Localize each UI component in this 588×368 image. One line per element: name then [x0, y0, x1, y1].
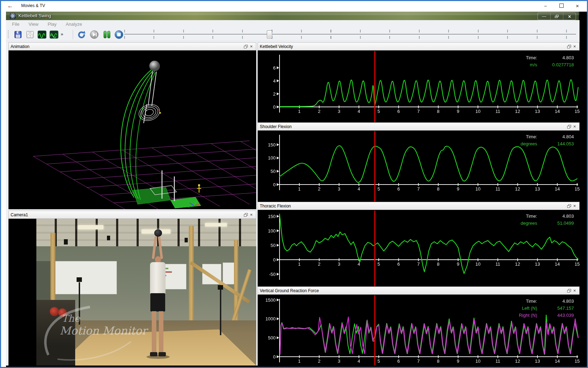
play-button[interactable] — [89, 29, 100, 40]
svg-text:?: ? — [29, 35, 31, 38]
app-close-button[interactable]: × — [563, 13, 576, 20]
replay-button[interactable] — [76, 29, 87, 40]
force-plate-green — [133, 187, 170, 204]
float-icon — [567, 289, 571, 292]
load-file-icon: ? — [26, 31, 34, 38]
app-edge — [579, 12, 580, 20]
app-restore-button[interactable] — [551, 13, 563, 20]
timeline-slider-handle[interactable] — [267, 30, 272, 38]
thoracic-close-button[interactable]: × — [572, 203, 577, 209]
time-value: 4.803 — [537, 55, 576, 60]
app-title: Kettlebell Swing — [18, 13, 51, 18]
skeleton-figure — [137, 61, 162, 123]
waveform-icon — [37, 30, 47, 39]
left-force-value: 547.157 — [537, 306, 576, 311]
grf-float-button[interactable] — [566, 288, 572, 294]
thoracic-panel-header[interactable]: Thoracic Flexion × — [258, 202, 580, 210]
yellow-marker — [197, 184, 201, 193]
chevron-right-icon: » — [61, 31, 63, 37]
pause-button[interactable] — [102, 29, 112, 40]
camera-panel-header[interactable]: Camera1 × — [8, 211, 256, 219]
camera-view: The Motion Monitor — [8, 219, 256, 366]
unit-label: degrees — [473, 141, 537, 146]
stop-button[interactable] — [114, 29, 124, 40]
menu-play[interactable]: Play — [48, 22, 56, 27]
velocity-float-button[interactable] — [566, 44, 572, 49]
app-titlebar[interactable]: Kettlebell Swing — × — [6, 12, 580, 20]
app-close-icon: × — [568, 14, 571, 19]
timeline-ticks-bottom — [124, 36, 576, 39]
maximize-icon — [559, 4, 564, 8]
velocity-panel-header[interactable]: Kettlebell Velocity × — [258, 42, 580, 50]
time-label: Time: — [473, 213, 537, 219]
shoulder-panel-title: Shoulder Flexion — [260, 124, 566, 129]
waveform-record-button[interactable] — [49, 29, 59, 40]
timeline-track[interactable] — [124, 34, 576, 35]
back-arrow-icon: ← — [7, 2, 13, 10]
close-icon: × — [573, 203, 576, 209]
force-plate-bright — [170, 197, 201, 208]
app-window-controls: — × — [538, 13, 576, 20]
animation-panel-header[interactable]: Animation × — [8, 42, 256, 50]
right-force-label: Right (N) — [473, 313, 537, 318]
close-icon: × — [573, 288, 576, 293]
float-icon — [244, 213, 248, 217]
grf-close-button[interactable]: × — [572, 288, 577, 294]
close-button[interactable]: × — [569, 0, 586, 11]
animation-close-button[interactable]: × — [248, 44, 254, 49]
right-force-value: 443.039 — [537, 313, 576, 318]
unit-label: degrees — [473, 221, 537, 226]
grf-panel-header[interactable]: Vertical Ground Reaction Force × — [258, 286, 580, 295]
time-value: 4.804 — [537, 134, 576, 139]
marker-yellow — [160, 112, 161, 114]
time-label: Time: — [473, 298, 537, 304]
waveform-display-button[interactable] — [37, 29, 47, 40]
menu-bar: File View Play Analyze — [6, 20, 580, 28]
float-icon — [567, 125, 571, 128]
window-border-top — [0, 0, 588, 1]
pause-icon — [102, 30, 112, 39]
minimize-button[interactable]: – — [538, 0, 553, 11]
shoulder-float-button[interactable] — [566, 124, 572, 129]
thoracic-panel-title: Thoracic Flexion — [260, 204, 566, 209]
watermark-line1: The — [62, 313, 80, 324]
screen: ← Movies & TV – × Kettlebell Swing — — [0, 0, 588, 368]
save-button[interactable] — [13, 29, 23, 40]
shoulder-panel-header[interactable]: Shoulder Flexion × — [258, 122, 580, 131]
load-button[interactable]: ? — [25, 29, 35, 40]
time-value: 4.803 — [537, 213, 576, 219]
time-label: Time: — [473, 134, 537, 139]
float-icon — [244, 45, 248, 48]
thoracic-readout: Time:4.803 degrees51.0499 — [473, 212, 576, 227]
app-restore-icon — [555, 15, 559, 18]
shoulder-close-button[interactable]: × — [572, 124, 577, 129]
grf-panel-title: Vertical Ground Reaction Force — [260, 288, 566, 293]
ribcage — [137, 102, 162, 123]
velocity-close-button[interactable]: × — [572, 44, 577, 49]
left-force-label: Left (N) — [473, 306, 537, 311]
animation-3d-scene — [8, 50, 256, 209]
timeline-ticks-top — [124, 30, 576, 32]
timeline-slider[interactable] — [124, 29, 576, 40]
grf-readout: Time:4.803 Left (N)547.157 Right (N)443.… — [473, 297, 576, 319]
waveform-dual-icon — [49, 30, 59, 39]
play-icon — [90, 30, 99, 39]
replay-icon — [77, 30, 86, 39]
animation-viewport[interactable] — [8, 50, 256, 209]
menu-view[interactable]: View — [29, 22, 38, 27]
camera-float-button[interactable] — [243, 212, 248, 218]
menu-file[interactable]: File — [12, 22, 19, 27]
back-button[interactable]: ← — [4, 1, 16, 10]
maximize-button[interactable] — [553, 0, 569, 11]
app-minimize-button[interactable]: — — [538, 13, 551, 20]
animation-float-button[interactable] — [243, 44, 248, 49]
close-icon: × — [573, 44, 576, 49]
float-icon — [567, 204, 571, 208]
menu-analyze[interactable]: Analyze — [66, 22, 82, 27]
toolbar-overflow-button[interactable]: » — [61, 31, 63, 37]
camera-video-frame: The Motion Monitor — [36, 219, 256, 366]
thoracic-float-button[interactable] — [566, 203, 572, 209]
toolbar-grip[interactable] — [8, 30, 9, 39]
camera-close-button[interactable]: × — [248, 212, 254, 218]
shoulder-readout: Time:4.804 degrees144.053 — [473, 133, 576, 147]
